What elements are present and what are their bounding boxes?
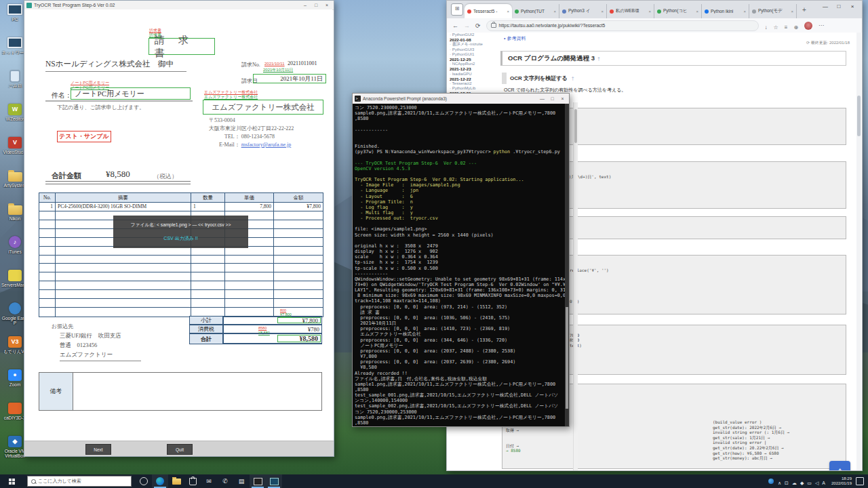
monitor-icon [7, 4, 22, 15]
notification-center-icon[interactable] [856, 477, 864, 485]
terminal-output[interactable]: コン 7520.230000,253000sample0.png,請求書,202… [353, 104, 569, 426]
sidebar-date: 2021-12-23 [450, 66, 501, 71]
new-tab-icon[interactable]: + [800, 5, 809, 15]
sidebar-link[interactable]: · 書評メモ-mizuite [450, 42, 501, 47]
tab-close-icon[interactable]: × [601, 9, 604, 14]
toolbar-icon[interactable]: ⊕ [793, 24, 798, 30]
ocr-annotation-red-tax: 8580 [258, 326, 267, 331]
tab-close-icon[interactable]: × [648, 9, 651, 14]
maximize-icon[interactable]: □ [311, 1, 321, 9]
invoice-app-window: TryOCR Test Program Step-6 Ver 0.02 – □ … [24, 0, 334, 457]
minimize-icon[interactable]: – [300, 1, 311, 9]
table-cell [191, 299, 225, 308]
anchor-icon[interactable]: † [597, 56, 600, 61]
grand-total-row: ¥8,580 [223, 333, 322, 344]
taskbar-icon-bag[interactable] [184, 474, 201, 488]
browser-tab-Python(TUT[interactable]: Python(TUT× [512, 4, 559, 18]
menu-icon[interactable]: ⋯ [818, 22, 824, 28]
maximize-icon[interactable]: □ [547, 94, 557, 104]
ocr-annotation-red-vendor: エムズファクトリー株式会社 [204, 90, 258, 95]
edge-tray-icon[interactable] [768, 479, 774, 484]
profile-avatar[interactable] [804, 22, 812, 30]
anchor-icon[interactable]: † [572, 76, 574, 81]
minimize-icon[interactable]: — [818, 2, 832, 12]
terminal-titlebar[interactable]: >_ Anaconda Powershell Prompt (anaconda3… [353, 94, 569, 104]
toolbar-icon[interactable]: ☆ [774, 24, 778, 30]
close-icon[interactable]: × [846, 2, 859, 12]
folder-icon [7, 202, 23, 216]
sidebar-link[interactable]: · PythonMyLib [450, 86, 501, 91]
taskbar-clock[interactable]: 18:29 2022/01/19 [831, 476, 852, 486]
taskbar-icon-edge[interactable] [152, 474, 168, 488]
folder-icon [7, 169, 23, 182]
square-icon: V3 [8, 336, 22, 348]
taskbar-icon-glyph[interactable]: ▤ [233, 474, 250, 488]
tab-close-icon[interactable]: × [791, 9, 793, 14]
terminal-line: 2021年10月11日 [355, 321, 564, 326]
taskbar-search-input[interactable]: ここに入力して検索 [27, 476, 132, 487]
refresh-icon[interactable]: ⟳ [475, 22, 481, 29]
quit-button[interactable]: Quit [167, 444, 193, 455]
browser-tab-Python ikini[interactable]: Python ikini× [702, 4, 749, 18]
desktop-screen: PCネットワークごみ箱WWZeditorVVideoStudioArtySyst… [0, 0, 868, 488]
sidebar-link[interactable]: · PythonGUI3 [450, 47, 501, 52]
tab-close-icon[interactable]: × [696, 9, 698, 14]
table-cell: 1 [39, 203, 56, 211]
invoice-titlebar[interactable]: TryOCR Test Program Step-6 Ver 0.02 – □ … [24, 1, 334, 10]
tray-icon[interactable]: ◁ [815, 481, 818, 485]
bank-name: 三菱UFJ銀行 吹田支店 [60, 332, 121, 340]
email-link[interactable]: msfactory@arufa.ne.jp [241, 142, 292, 148]
tray-icon[interactable]: ◆ [800, 481, 804, 485]
close-icon[interactable]: × [557, 94, 568, 104]
tray-icon[interactable]: ▭ [807, 481, 812, 485]
tray-icon[interactable]: A [822, 481, 825, 485]
back-icon[interactable]: ← [452, 22, 458, 29]
browser-tab-Python(モデ[interactable]: Python(モデ× [749, 4, 797, 18]
tab-close-icon[interactable]: × [507, 9, 509, 14]
terminal-line: ファイル名,請求書,日 付,会社名,案件名,税抜金額,税込金額 [355, 376, 564, 382]
windows-logo-icon [9, 479, 15, 485]
taskbar-icon-winblue[interactable] [266, 474, 282, 488]
sidebar-link[interactable]: · IsadiaGPU [450, 72, 501, 77]
sidebar-scrollbar[interactable] [573, 102, 578, 470]
toolbar-icon[interactable]: ≡ [785, 24, 788, 30]
maximize-icon[interactable]: □ [832, 2, 846, 12]
forward-icon[interactable]: → [464, 22, 470, 29]
taskbar-icon-glyph[interactable]: ✉ [201, 474, 217, 488]
sidebar-link[interactable]: · NCAppRun2 [450, 62, 501, 66]
reference-link[interactable]: • 参考資料 [504, 35, 526, 42]
toolbar-icon[interactable]: ↓ [765, 24, 768, 30]
address-bar[interactable]: https://tautsu.aa0.netvolante.jp/pukiwik… [486, 20, 759, 31]
browser-tab-Python(コヒ[interactable]: Python(コヒ× [654, 4, 702, 18]
tab-close-icon[interactable]: × [743, 9, 746, 14]
taskbar-icon-ring[interactable] [136, 474, 152, 488]
table-cell [274, 229, 323, 238]
tab-search-icon[interactable]: ⊞ [451, 3, 463, 16]
start-button[interactable] [0, 474, 23, 488]
tray-icon[interactable]: ∧ [778, 481, 781, 485]
browser-tab-私のWEB環[interactable]: 私のWEB環× [607, 4, 654, 18]
sidebar-link[interactable]: · Tesseract2 [450, 81, 501, 86]
sidebar-link[interactable]: · PythonGUI1 [450, 52, 501, 57]
sidebar-link[interactable]: · PythonGUI2 [450, 33, 501, 37]
scroll-to-top-button[interactable]: ↑ [829, 461, 850, 470]
next-button[interactable]: Next [85, 444, 111, 455]
taskbar-icon-win[interactable] [250, 474, 266, 488]
tab-close-icon[interactable]: × [553, 9, 556, 14]
terminal-line: preprocess: [0, 0, 0] area: (973, 214) -… [355, 304, 564, 310]
taskbar-icon-folder[interactable] [168, 474, 184, 488]
page-scrollbar[interactable] [856, 33, 861, 470]
system-tray: ∧⊡☁◆▭◁A 18:29 2022/01/19 [768, 474, 868, 488]
invoice-no-value: 20211011001 [288, 60, 317, 66]
tray-icon[interactable]: ☁ [792, 481, 797, 485]
browser-tab-Python3 イ[interactable]: Python3 イ× [559, 4, 607, 18]
terminal-scrollbar[interactable] [565, 104, 569, 426]
browser-tab-Tesseract5 -[interactable]: Tesseract5 -× [465, 4, 512, 18]
vendor-address: 大阪市東淀川区小松2丁目22-22-222 [209, 125, 294, 132]
table-cell [274, 220, 323, 229]
close-icon[interactable]: × [321, 1, 332, 9]
minimize-icon[interactable]: — [537, 94, 547, 104]
tray-icon[interactable]: ⊡ [785, 481, 789, 485]
square-icon: W [7, 102, 23, 116]
taskbar-icon-glyph[interactable]: ✆ [217, 474, 233, 488]
